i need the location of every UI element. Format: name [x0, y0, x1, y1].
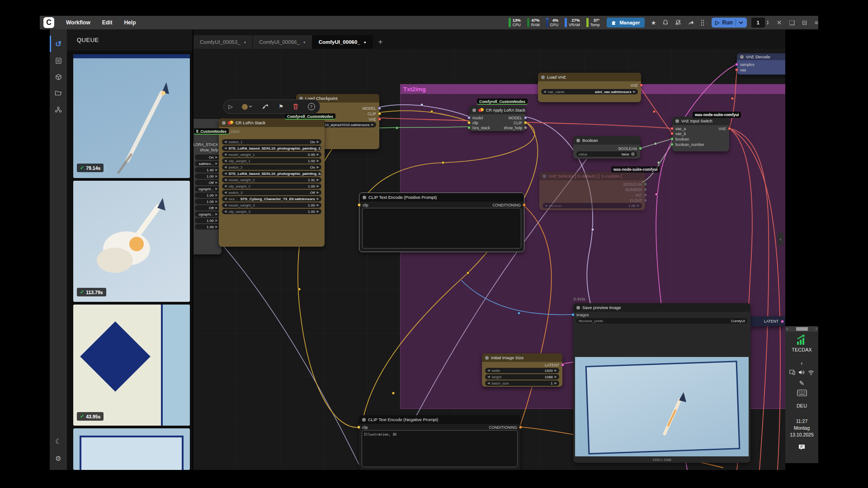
widget-vae-name[interactable]: ◀vae_namesdxl_vae.safetensors▶: [541, 89, 638, 94]
queue-result-thumbnail[interactable]: [73, 54, 190, 178]
collapse-dot-icon[interactable]: [576, 306, 580, 310]
menu-hamburger-icon[interactable]: ≡: [815, 19, 818, 26]
widget[interactable]: Off▶: [195, 180, 220, 185]
scroll-left-icon[interactable]: ‹: [785, 327, 788, 331]
node-load-vae[interactable]: Load VAE VAE ◀vae_namesdxl_vae.safetenso…: [538, 73, 641, 102]
panel-collapse-handle[interactable]: ‹: [778, 233, 783, 245]
share-icon[interactable]: [688, 20, 694, 26]
widget[interactable]: 1.00▶: [195, 174, 220, 179]
collapse-dot-icon[interactable]: [363, 196, 366, 199]
widget[interactable]: 1.00▶: [195, 218, 220, 223]
node-cr-apply-lora-stack[interactable]: CR Apply LoRA Stack model clip lora_stac…: [469, 106, 525, 131]
widget[interactable]: Off▶: [195, 205, 220, 211]
node-graph-canvas[interactable]: Txt2img: [193, 29, 785, 470]
widget-clip-weight-1[interactable]: ◀clip_weight_11.00▶: [222, 158, 321, 164]
output-int[interactable]: INT: [636, 192, 647, 197]
clock-time[interactable]: 11:27: [785, 418, 818, 424]
output-clip[interactable]: CLIP: [514, 120, 527, 125]
widget-switch-1[interactable]: ◀switch_1On▶: [222, 139, 321, 145]
widget[interactable]: 1.00▶: [195, 192, 220, 198]
menu-workflow[interactable]: Workflow: [66, 19, 90, 26]
delete-icon[interactable]: [293, 103, 298, 110]
input-clip[interactable]: clip: [357, 425, 368, 430]
comfyui-logo-icon[interactable]: C: [43, 17, 54, 28]
bell-icon[interactable]: [662, 19, 669, 26]
widget[interactable]: safeten...▶: [195, 161, 220, 166]
widget[interactable]: ographi...▶: [195, 211, 220, 217]
widget-boolean[interactable]: ◀boolean1.00▶: [542, 203, 642, 208]
collapse-dot-icon[interactable]: [576, 139, 580, 142]
preview-image[interactable]: [575, 357, 749, 456]
output-boolean[interactable]: BOOLEAN: [623, 182, 647, 187]
input-boolean[interactable]: boolean: [670, 136, 689, 141]
output-conditioning[interactable]: CONDITIONING: [489, 425, 522, 430]
output-vae[interactable]: VAE: [631, 83, 643, 88]
output-latent[interactable]: LATENT: [545, 362, 564, 367]
widget-clip-weight-3[interactable]: ◀clip_weight_31.00▶: [222, 209, 321, 214]
help-icon[interactable]: ?: [308, 103, 315, 110]
collapse-dot-icon[interactable]: [485, 356, 489, 360]
run-button[interactable]: ▷ Run: [712, 18, 747, 28]
tab-workflow-00053[interactable]: ComfyUI_00053_●: [193, 35, 253, 49]
queue-result-thumbnail[interactable]: [73, 181, 190, 302]
node-cr-lora-stack-back[interactable]: LORA_STACK show_help On▶ safeten...▶ 1.4…: [193, 119, 222, 254]
new-workflow-button[interactable]: +: [373, 35, 388, 49]
output-vae[interactable]: VAE: [369, 117, 381, 122]
templates-icon[interactable]: [50, 102, 67, 117]
widget-batch-size[interactable]: ◀batch_size1▶: [485, 380, 559, 386]
collapse-dot-icon[interactable]: [222, 121, 226, 125]
prompt-textarea[interactable]: Illustration, 3D: [362, 430, 518, 467]
widget[interactable]: ographi...▶: [195, 186, 220, 192]
slot-dot[interactable]: [781, 320, 784, 323]
slot-dot[interactable]: [378, 117, 381, 121]
widget-filename-prefix[interactable]: filename_prefixComfyUI: [576, 318, 747, 324]
run-node-icon[interactable]: ▷: [228, 103, 232, 110]
node-cr-lora-stack[interactable]: CR LoRA Stack lora_stack ◀switch_1On▶ ◀S…: [219, 118, 325, 247]
input-clip[interactable]: clip: [358, 202, 368, 207]
input-model[interactable]: model: [467, 115, 483, 120]
output-model[interactable]: MODEL: [363, 106, 381, 111]
model-library-icon[interactable]: [50, 69, 67, 84]
theme-toggle-icon[interactable]: ☾: [50, 434, 67, 449]
drag-handle-icon[interactable]: [701, 19, 704, 26]
widget-model-weight-1[interactable]: ◀model_weight_10.95▶: [222, 152, 321, 157]
widget-height[interactable]: ◀height1088▶: [485, 374, 559, 380]
input-lora-stack[interactable]: lora_stack: [467, 125, 490, 130]
widget[interactable]: 1.00▶: [195, 224, 220, 230]
node-color-icon[interactable]: [242, 104, 252, 110]
collapse-dot-icon[interactable]: [740, 55, 744, 59]
menu-help[interactable]: Help: [124, 19, 136, 26]
interrupt-icon[interactable]: ✕: [777, 19, 782, 26]
collapse-dot-icon[interactable]: [542, 174, 546, 178]
output-model[interactable]: MODEL: [509, 115, 527, 120]
output-float[interactable]: FLOAT: [630, 198, 647, 203]
node-save-preview-image[interactable]: Save preview image images filename_prefi…: [573, 303, 750, 463]
prompt-textarea[interactable]: [362, 208, 521, 249]
collapse-dot-icon[interactable]: [472, 108, 476, 112]
output-number[interactable]: NUMBER: [625, 187, 647, 192]
phone-link-icon[interactable]: [789, 370, 795, 375]
slot-dot[interactable]: [378, 107, 381, 110]
bottom-panel-icon[interactable]: ⊟: [802, 19, 807, 26]
slot-dot[interactable]: [378, 112, 381, 115]
widget-value-toggle[interactable]: valuefalse: [576, 151, 637, 157]
input-boolean-number[interactable]: boolean_number: [670, 142, 704, 147]
touch-keyboard-icon[interactable]: [785, 389, 818, 396]
notification-center-icon[interactable]: [785, 444, 818, 451]
menu-edit[interactable]: Edit: [102, 19, 113, 26]
keyboard-language[interactable]: DEU: [785, 403, 818, 408]
input-vae[interactable]: vae: [735, 67, 746, 72]
node-latent-slot-badge[interactable]: LATENT: [747, 316, 785, 326]
widget[interactable]: On▶: [195, 155, 220, 160]
queue-result-thumbnail[interactable]: [73, 428, 190, 470]
node-vae-input-switch[interactable]: VAE Input Switch vae_a vae_b boolean boo…: [672, 117, 729, 151]
horizontal-scrollbar[interactable]: ‹ ›: [785, 326, 818, 332]
tab-workflow-00056[interactable]: ComfyUI_00056_●: [253, 35, 312, 49]
node-boolean[interactable]: Boolean BOOLEAN valuefalse: [573, 136, 640, 159]
workflows-folder-icon[interactable]: [50, 85, 67, 101]
star-icon[interactable]: ★: [651, 19, 656, 26]
widget-model-weight-2[interactable]: ◀model_weight_21.31▶: [222, 177, 321, 183]
output-conditioning[interactable]: CONDITIONING: [492, 202, 526, 207]
speaker-icon[interactable]: [798, 370, 805, 375]
input-samples[interactable]: samples: [735, 62, 755, 67]
